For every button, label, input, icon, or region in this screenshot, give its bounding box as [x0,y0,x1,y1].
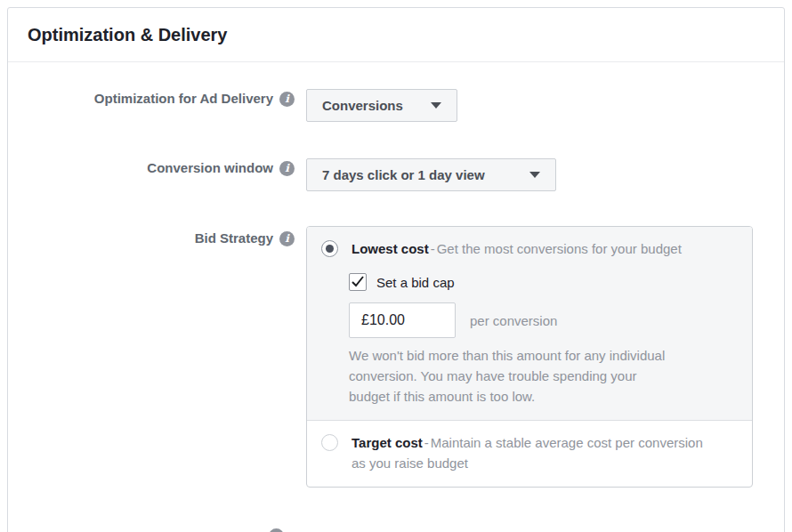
lowest-cost-option: Lowest cost-Get the most conversions for… [307,227,752,421]
panel-title: Optimization & Delivery [28,25,228,45]
bid-cap-help-text: We won't bid more than this amount for a… [349,345,671,407]
bid-cap-checkbox[interactable] [349,273,367,291]
optimization-for-ad-delivery-label: Optimization for Ad Delivery i [8,90,295,108]
optimization-for-ad-delivery-label-text: Optimization for Ad Delivery [94,90,273,108]
lowest-cost-text: Lowest cost-Get the most conversions for… [352,238,709,259]
lowest-cost-description: Get the most conversions for your budget [437,241,682,256]
panel-header: Optimization & Delivery [8,8,784,62]
info-icon[interactable]: i [279,231,295,246]
bid-strategy-label: Bid Strategy i [8,230,295,247]
conversion-window-label: Conversion window i [8,159,295,177]
target-cost-option: Target cost-Maintain a stable average co… [307,421,752,487]
info-icon[interactable]: i [279,92,295,107]
info-icon[interactable]: i [279,161,295,176]
optimization-dropdown[interactable]: Conversions [306,89,457,122]
target-cost-name: Target cost [352,435,423,450]
option-separator: - [431,241,435,256]
chevron-down-icon [431,102,441,109]
bid-cap-checkbox-label: Set a bid cap [376,275,455,290]
bid-strategy-label-text: Bid Strategy [195,230,273,247]
option-separator: - [424,435,429,450]
target-cost-text: Target cost-Maintain a stable average co… [352,432,709,473]
bid-cap-amount-row: per conversion [349,302,738,338]
target-cost-radio[interactable] [321,434,338,451]
conversion-window-dropdown[interactable]: 7 days click or 1 day view [306,158,556,191]
conversion-window-label-text: Conversion window [147,159,273,177]
optimization-delivery-panel: Optimization & Delivery Optimization for… [7,7,785,532]
lowest-cost-radio[interactable] [321,240,338,257]
bid-cap-amount-input[interactable] [349,302,456,338]
conversion-window-dropdown-value: 7 days click or 1 day view [322,167,485,182]
chevron-down-icon [529,172,540,178]
bid-cap-checkbox-row: Set a bid cap [349,273,738,291]
bid-strategy-options: Lowest cost-Get the most conversions for… [306,226,753,488]
bid-cap-amount-unit: per conversion [470,313,557,328]
lowest-cost-name: Lowest cost [352,241,429,256]
check-icon [352,276,364,287]
optimization-dropdown-value: Conversions [322,98,403,113]
